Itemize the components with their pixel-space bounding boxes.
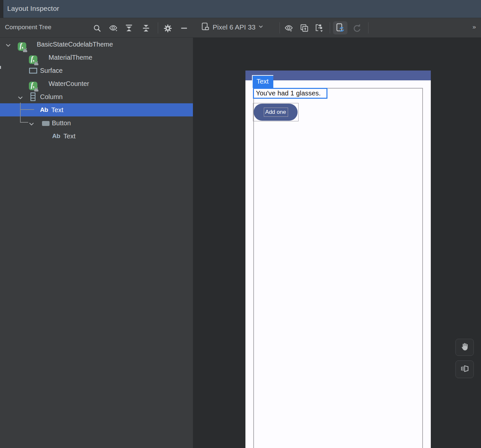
tree-node-label: Text xyxy=(51,106,63,114)
tree-guide-line xyxy=(20,109,34,110)
compose-node-icon: f, xyxy=(18,42,26,51)
selected-text-bounds[interactable]: You've had 1 glasses. xyxy=(253,88,327,99)
tree-node-text-selected[interactable]: Ab Text xyxy=(0,103,193,116)
chevron-down-icon xyxy=(258,24,263,31)
view-options-eye-icon[interactable] xyxy=(108,23,118,33)
button-node-icon xyxy=(42,120,50,128)
render-options-eye-icon[interactable] xyxy=(284,23,294,33)
tree-node-text[interactable]: Ab Text xyxy=(0,130,193,143)
tree-node-column[interactable]: Column xyxy=(0,90,193,103)
3d-mode-button[interactable] xyxy=(455,360,474,378)
tree-node-button[interactable]: Button xyxy=(0,116,193,130)
tree-guide-line xyxy=(20,122,28,123)
text-node-icon: Ab xyxy=(52,132,60,140)
refresh-icon[interactable] xyxy=(352,23,362,33)
compose-node-icon: f, xyxy=(29,55,37,64)
hide-panel-icon[interactable] xyxy=(179,23,189,33)
window-title: Layout Inspector xyxy=(7,5,59,12)
column-node-icon xyxy=(30,92,36,103)
panel-edge-mark xyxy=(0,66,1,69)
tree-node-label: BasicStateCodelabTheme xyxy=(37,41,113,48)
device-render-panel: Add one You've had 1 glasses. Text + − xyxy=(193,38,481,448)
tree-node-label: Text xyxy=(63,132,75,140)
root-layout-bounds xyxy=(253,88,423,448)
tree-node-basicstatecodelabtheme[interactable]: f, BasicStateCodelabTheme xyxy=(0,38,193,51)
live-updates-toggle[interactable] xyxy=(333,21,347,34)
layout-inspector-window: Layout Inspector Component Tree P xyxy=(0,0,481,448)
device-status-bar xyxy=(245,71,431,80)
export-snapshot-icon[interactable] xyxy=(299,23,309,33)
tool-window-titlebar: Layout Inspector xyxy=(0,0,481,18)
toolbar-divider xyxy=(330,22,330,33)
titlebar-edge xyxy=(0,0,3,18)
text-node-icon: Ab xyxy=(40,106,48,113)
tree-node-label: Surface xyxy=(40,67,63,74)
toolbar-divider xyxy=(368,22,368,33)
tree-node-watercounter[interactable]: f, WaterCounter xyxy=(0,77,193,90)
device-icon xyxy=(201,22,210,32)
chevron-expanded-icon[interactable] xyxy=(29,120,34,128)
button-text-bounds xyxy=(264,108,288,117)
device-selector[interactable]: Pixel 6 API 33 xyxy=(201,22,263,32)
tree-node-label: WaterCounter xyxy=(49,80,89,88)
tree-node-label: MaterialTheme xyxy=(49,54,92,61)
tree-guide-line xyxy=(20,103,21,123)
chevron-expanded-icon[interactable] xyxy=(5,42,11,49)
layer-spacing-icon[interactable] xyxy=(314,23,324,33)
device-screenshot[interactable]: Add one You've had 1 glasses. Text xyxy=(245,71,431,448)
selection-label-chip: Text xyxy=(252,75,273,88)
component-tree-header: Component Tree xyxy=(5,24,52,31)
collapse-all-icon[interactable] xyxy=(141,23,151,33)
pan-mode-button[interactable] xyxy=(455,339,474,356)
main-toolbar: Component Tree Pixel 6 API 33 xyxy=(0,18,481,38)
counter-text: You've had 1 glasses. xyxy=(256,90,326,97)
settings-gear-icon[interactable] xyxy=(163,23,173,33)
component-tree-panel: f, BasicStateCodelabTheme f, MaterialThe… xyxy=(0,38,193,448)
tree-node-surface[interactable]: Surface xyxy=(0,64,193,77)
toolbar-divider xyxy=(280,22,280,33)
toolbar-overflow-button[interactable]: » xyxy=(472,23,476,31)
surface-node-icon xyxy=(29,68,37,75)
search-icon[interactable] xyxy=(92,23,102,33)
3d-layers-icon xyxy=(460,364,469,375)
hand-icon xyxy=(460,342,469,353)
chevron-expanded-icon[interactable] xyxy=(17,94,23,102)
tree-node-label: Column xyxy=(40,93,63,101)
tree-node-label: Button xyxy=(52,119,71,127)
compose-node-icon: f, xyxy=(29,82,37,90)
tree-node-materialtheme[interactable]: f, MaterialTheme xyxy=(0,51,193,64)
expand-all-icon[interactable] xyxy=(124,23,134,33)
device-selector-label: Pixel 6 API 33 xyxy=(213,23,256,31)
toolbar-divider xyxy=(158,22,158,33)
